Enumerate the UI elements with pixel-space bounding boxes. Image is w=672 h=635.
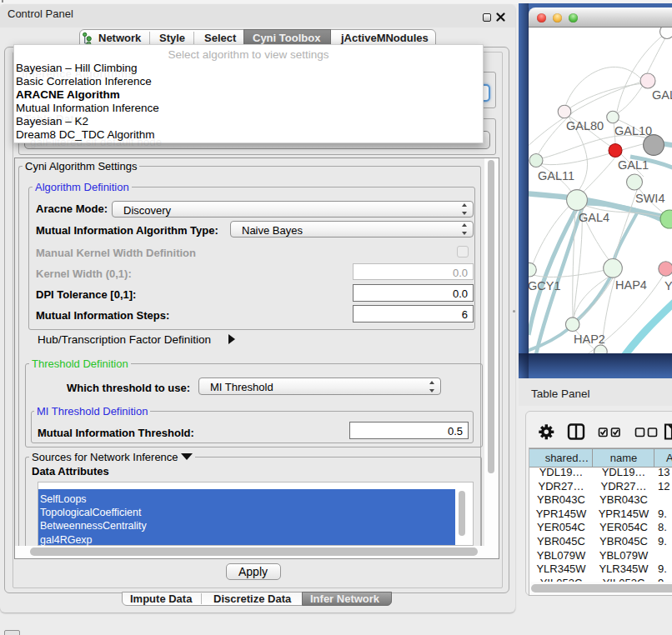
- svg-text:HAP4: HAP4: [615, 278, 647, 292]
- svg-text:HAP2: HAP2: [574, 332, 605, 346]
- svg-text:GAL10: GAL10: [614, 124, 652, 138]
- svg-text:SWI4: SWI4: [635, 192, 664, 205]
- svg-text:GAL: GAL: [652, 88, 672, 102]
- svg-text:GAL11: GAL11: [538, 169, 574, 182]
- svg-text:GAL80: GAL80: [566, 119, 604, 132]
- svg-text:Y: Y: [664, 279, 672, 292]
- svg-text:GCY1: GCY1: [529, 279, 561, 292]
- svg-text:GAL1: GAL1: [618, 158, 649, 172]
- svg-text:GAL4: GAL4: [579, 211, 609, 224]
